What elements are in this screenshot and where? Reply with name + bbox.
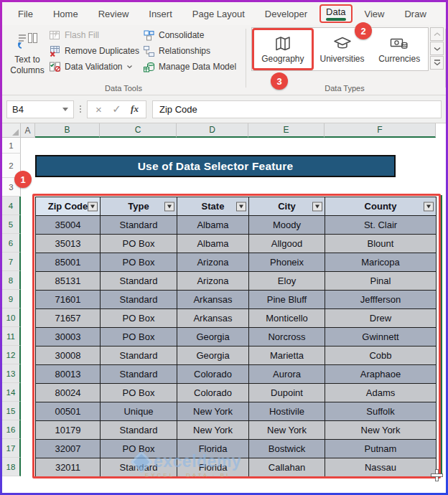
row-header-13[interactable]: 13	[2, 364, 21, 383]
tab-page-layout[interactable]: Page Layout	[182, 6, 255, 22]
table-cell[interactable]: Standard	[101, 365, 177, 384]
row-header-9[interactable]: 9	[2, 290, 21, 308]
table-cell[interactable]: Arkansas	[177, 309, 249, 328]
table-cell[interactable]: New York	[249, 421, 325, 440]
enter-check-icon[interactable]: ✓	[108, 103, 126, 116]
table-cell[interactable]: Cobb	[325, 346, 437, 365]
table-cell[interactable]: Araphaoe	[325, 365, 437, 384]
tab-draw[interactable]: Draw	[394, 6, 436, 22]
table-cell[interactable]: PO Box	[101, 384, 177, 402]
table-cell[interactable]: Standard	[101, 421, 177, 440]
table-header-state[interactable]: State	[177, 197, 249, 216]
table-cell[interactable]: 80024	[36, 384, 101, 402]
table-cell[interactable]: Colorado	[177, 365, 249, 384]
tab-file[interactable]: File	[8, 6, 43, 22]
table-cell[interactable]: Standard	[101, 272, 177, 291]
table-cell[interactable]: Blount	[325, 235, 437, 253]
table-cell[interactable]: Arkansas	[177, 291, 249, 309]
filter-dropdown-icon[interactable]	[236, 202, 246, 211]
table-cell[interactable]: Nassau	[325, 458, 437, 477]
column-header-f[interactable]: F	[325, 123, 436, 138]
table-cell[interactable]: New York	[177, 421, 249, 440]
title-banner-cell[interactable]: Use of Data Selector Feature	[35, 155, 396, 177]
table-cell[interactable]: Georgia	[177, 328, 249, 346]
table-cell[interactable]: Pine Bluff	[249, 291, 325, 309]
table-cell[interactable]: 35013	[36, 235, 101, 253]
column-header-a[interactable]: A	[21, 123, 35, 138]
table-cell[interactable]: Albama	[177, 216, 249, 235]
filter-dropdown-icon[interactable]	[312, 202, 322, 211]
table-cell[interactable]: Jeffferson	[325, 291, 437, 309]
table-cell[interactable]: 10179	[36, 421, 101, 440]
table-cell[interactable]: 85001	[36, 253, 101, 272]
row-header-1[interactable]: 1	[2, 138, 21, 154]
tab-developer[interactable]: Developer	[255, 6, 317, 22]
column-header-d[interactable]: D	[177, 123, 248, 138]
table-cell[interactable]: Standard	[101, 346, 177, 365]
table-header-zip-code[interactable]: Zip Code	[36, 197, 101, 216]
tab-view[interactable]: View	[355, 6, 395, 22]
row-header-8[interactable]: 8	[2, 271, 21, 290]
table-cell[interactable]: Arizona	[177, 272, 249, 291]
table-cell[interactable]: 32011	[36, 458, 101, 477]
row-header-16[interactable]: 16	[2, 420, 21, 439]
table-cell[interactable]: Pinal	[325, 272, 437, 291]
table-cell[interactable]: Maricopa	[325, 253, 437, 272]
table-cell[interactable]: Norcross	[249, 328, 325, 346]
table-cell[interactable]: Gwinnett	[325, 328, 437, 346]
table-header-type[interactable]: Type	[101, 197, 177, 216]
table-cell[interactable]: Unique	[101, 402, 177, 421]
scroll-up-icon[interactable]	[430, 27, 444, 41]
table-cell[interactable]: Suffolk	[325, 402, 437, 421]
table-cell[interactable]: Allgood	[249, 235, 325, 253]
table-header-city[interactable]: City	[249, 197, 325, 216]
table-cell[interactable]: Standard	[101, 291, 177, 309]
table-cell[interactable]: Standard	[101, 216, 177, 235]
table-cell[interactable]: 80013	[36, 365, 101, 384]
table-cell[interactable]: Arizona	[177, 253, 249, 272]
table-cell[interactable]: 35004	[36, 216, 101, 235]
filter-dropdown-icon[interactable]	[424, 202, 434, 211]
row-header-14[interactable]: 14	[2, 383, 21, 402]
table-cell[interactable]: St. Clair	[325, 216, 437, 235]
tab-review[interactable]: Review	[88, 6, 139, 22]
data-validation-button[interactable]: Data Validation	[49, 60, 139, 74]
row-header-10[interactable]: 10	[2, 308, 21, 327]
formula-bar-input[interactable]: Zip Code	[152, 100, 442, 118]
table-cell[interactable]: Dupoint	[249, 384, 325, 402]
table-cell[interactable]: 85131	[36, 272, 101, 291]
table-header-county[interactable]: County	[325, 197, 437, 216]
insert-function-icon[interactable]: fx	[126, 103, 144, 115]
geography-button[interactable]: Geography	[252, 28, 314, 70]
text-to-columns-button[interactable]: Text to Columns	[6, 27, 49, 90]
row-header-12[interactable]: 12	[2, 346, 21, 364]
table-cell[interactable]: Moody	[249, 216, 325, 235]
table-cell[interactable]: New York	[177, 402, 249, 421]
tab-data[interactable]: Data	[319, 4, 352, 23]
row-header-5[interactable]: 5	[2, 215, 21, 234]
tab-insert[interactable]: Insert	[139, 6, 182, 22]
table-cell[interactable]: Putnam	[325, 440, 437, 458]
table-cell[interactable]: PO Box	[101, 235, 177, 253]
table-cell[interactable]: Aurora	[249, 365, 325, 384]
column-header-b[interactable]: B	[35, 123, 100, 138]
name-box[interactable]: B4	[6, 100, 74, 118]
row-header-17[interactable]: 17	[2, 439, 21, 458]
row-header-4[interactable]: 4	[2, 197, 21, 215]
filter-dropdown-icon[interactable]	[88, 202, 98, 211]
scroll-down-icon[interactable]	[430, 42, 444, 55]
manage-data-model-button[interactable]: Manage Data Model	[143, 60, 236, 74]
tab-home[interactable]: Home	[43, 6, 88, 22]
remove-duplicates-button[interactable]: Remove Duplicates	[49, 44, 139, 58]
gallery-more-icon[interactable]	[430, 56, 444, 70]
table-cell[interactable]: Eloy	[249, 272, 325, 291]
table-cell[interactable]: PO Box	[101, 328, 177, 346]
column-header-c[interactable]: C	[100, 123, 177, 138]
table-cell[interactable]: Albama	[177, 235, 249, 253]
table-cell[interactable]: Bostwick	[249, 440, 325, 458]
table-cell[interactable]: 30008	[36, 346, 101, 365]
flash-fill-button[interactable]: Flash Fill	[49, 28, 139, 42]
table-cell[interactable]: Colorado	[177, 384, 249, 402]
name-box-dropdown-icon[interactable]	[62, 108, 68, 111]
table-cell[interactable]: 32007	[36, 440, 101, 458]
